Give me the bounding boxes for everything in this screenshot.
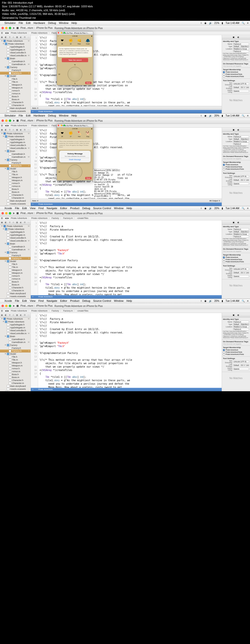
simulator-window[interactable]: iPhone 6s Plus - iPhone 6s Plus / i... •…	[57, 31, 93, 85]
nav-item[interactable]: GameBrain.h	[0, 338, 31, 341]
nav-item[interactable]: GameBrain.h	[0, 152, 31, 156]
action-button[interactable]: Take the sword	[62, 58, 88, 62]
nav-item[interactable]: Character.m	[0, 104, 31, 107]
wifi-icon[interactable]: ◉	[204, 22, 207, 24]
nav-item[interactable]: Character.m	[0, 289, 31, 292]
nav-item[interactable]: Weapon.m	[0, 272, 31, 274]
nav-item[interactable]: ▼Pirate AdventureM	[0, 317, 31, 320]
nav-item[interactable]: ViewController.h	[0, 236, 31, 239]
nav-item[interactable]: ViewController.mM	[0, 54, 31, 57]
nav-item[interactable]: ▼Brain	[0, 335, 31, 338]
nav-item[interactable]: Tile.m	[0, 173, 31, 176]
stop-button[interactable]	[17, 120, 19, 122]
nav-item[interactable]: Armor.h	[0, 89, 31, 92]
nav-item[interactable]: Boss.m	[0, 283, 31, 286]
victory-alert[interactable]: Victory Message You have defeated the ev…	[59, 151, 91, 162]
nav-item[interactable]: Character.m	[0, 196, 31, 200]
nav-item[interactable]: Tile.h	[0, 263, 31, 266]
nav-item[interactable]: Assets.xcassets	[0, 202, 31, 205]
nav-item[interactable]: ▼Factory	[0, 251, 31, 254]
nav-item[interactable]: ▼Pirate AdventureM	[0, 225, 31, 228]
nav-item[interactable]: ViewController.h	[0, 51, 31, 54]
nav-item[interactable]: ViewController.mM	[0, 332, 31, 335]
nav-item[interactable]: Tile.h	[0, 170, 31, 173]
nav-item[interactable]: Factory.h	[0, 254, 31, 257]
nav-item[interactable]: Weapon.h	[0, 268, 31, 272]
nav-item[interactable]: ▼Model	[0, 167, 31, 170]
nav-item[interactable]: Main.storyboard	[0, 200, 31, 202]
nav-item[interactable]: Armor.h	[0, 274, 31, 278]
jump-bar[interactable]: ⊞◀ ▶ Pirate Adventure〉 Pirate Adventure〉…	[0, 31, 250, 35]
nav-item[interactable]: ▼Pirate AdventureM	[0, 40, 31, 42]
nav-item[interactable]: ▼Factory	[0, 66, 31, 69]
nav-item[interactable]: Boss.h	[0, 95, 31, 98]
clock[interactable]: Tue 1:43 AM	[226, 22, 239, 24]
nav-item[interactable]: ▼Pirate Adventure	[0, 228, 31, 230]
nav-item[interactable]: Boss.h	[0, 373, 31, 376]
nav-item[interactable]: Factory.mA	[0, 350, 31, 352]
nav-item[interactable]: ▼Brain	[0, 57, 31, 60]
nav-item[interactable]: Tile.m	[0, 358, 31, 361]
menu-simulator[interactable]: Simulator	[5, 22, 16, 24]
menubar[interactable]: Simulator File Edit Hardware Debug Windo…	[0, 114, 250, 118]
volume-icon[interactable]: 🔊	[209, 22, 212, 24]
nav-item[interactable]: ▼Brain	[0, 150, 31, 152]
inspector-tabs[interactable]: ▣◐	[222, 35, 250, 40]
bluetooth-icon[interactable]: ᚼ	[200, 22, 202, 24]
nav-item[interactable]: AppDelegate.m	[0, 141, 31, 144]
navigator-tabs[interactable]: ▣◧⚲⚠▦◐⊟⋯	[0, 35, 31, 40]
nav-item[interactable]: AppDelegate.h	[0, 138, 31, 141]
nav-item[interactable]: Weapon.h	[0, 176, 31, 179]
nav-item[interactable]: ▼Pirate AdventureM	[0, 132, 31, 135]
menu-hardware[interactable]: Hardware	[34, 22, 45, 24]
nav-item[interactable]: Boss.m	[0, 376, 31, 379]
nav-item[interactable]: Armor.m	[0, 185, 31, 188]
nav-item[interactable]: AppDelegate.m	[0, 326, 31, 329]
nav-item[interactable]: Factory.mA	[0, 72, 31, 74]
project-navigator[interactable]: ▣◧⚲⚠▦◐⊟⋯ ▼Pirate AdventureM▼Pirate Adven…	[0, 35, 31, 113]
nav-item[interactable]: GameBrain.mM	[0, 341, 31, 344]
nav-item[interactable]: Armor.m	[0, 278, 31, 280]
nav-item[interactable]: Character.h	[0, 379, 31, 382]
nav-item[interactable]: AppDelegate.h	[0, 45, 31, 48]
menu-file[interactable]: File	[19, 22, 23, 24]
nav-item[interactable]: Boss.m	[0, 98, 31, 101]
nav-item[interactable]: Boss.m	[0, 190, 31, 194]
nav-item[interactable]: Factory.mA	[0, 164, 31, 167]
nav-item[interactable]: GameBrain.mM	[0, 156, 31, 158]
nav-item[interactable]: AppDelegate.m	[0, 48, 31, 51]
nav-item[interactable]: Weapon.h	[0, 361, 31, 364]
nav-item[interactable]: Armor.h	[0, 182, 31, 185]
nav-item[interactable]: Factory.h	[0, 346, 31, 350]
nav-item[interactable]: ▼Factory	[0, 158, 31, 161]
nav-item[interactable]: Assets.xcassets	[0, 388, 31, 390]
nav-item[interactable]: Tile.h	[0, 356, 31, 358]
simulator-window[interactable]: iPhone 6s Plus - iPhone 6s Plus / i... •…	[57, 124, 93, 180]
nav-item[interactable]: ▼Pirate Adventure	[0, 135, 31, 138]
nav-item[interactable]: Character.m	[0, 382, 31, 385]
nav-item[interactable]: ViewController.mM	[0, 147, 31, 150]
bottom-bar[interactable]: +Pirate Adventure	[31, 110, 222, 113]
alert-button[interactable]: Death Message	[61, 158, 89, 160]
menu-help[interactable]: Help	[71, 22, 77, 24]
nav-item[interactable]: ▼Brain	[0, 242, 31, 245]
nav-item[interactable]: Assets.xcassets	[0, 295, 31, 298]
nav-item[interactable]: GameBrain.mM	[0, 248, 31, 251]
nav-item[interactable]: Boss.h	[0, 188, 31, 190]
nav-item[interactable]: ▼Pirate Adventure	[0, 320, 31, 323]
menu-edit[interactable]: Edit	[26, 22, 31, 24]
nav-item[interactable]: ViewController.mM	[0, 239, 31, 242]
menu-window[interactable]: Window	[59, 22, 68, 24]
reset-button[interactable]: Reset	[85, 82, 91, 84]
nav-item[interactable]: ▼Model	[0, 260, 31, 263]
nav-item[interactable]: Factory.h	[0, 69, 31, 72]
nav-item[interactable]: Weapon.m	[0, 364, 31, 367]
nav-item[interactable]: GameBrain.mM	[0, 63, 31, 66]
nav-item[interactable]: Weapon.h	[0, 83, 31, 86]
nav-item[interactable]: ViewController.h	[0, 144, 31, 147]
stop-button[interactable]	[17, 27, 19, 29]
nav-item[interactable]: GameBrain.h	[0, 245, 31, 248]
notification-icon[interactable]: ≡	[247, 22, 248, 24]
menubar[interactable]: Simulator File Edit Hardware Debug Windo…	[0, 21, 250, 25]
scheme-selector[interactable]: Pirat...nture 〉iPhone 6s Plus	[21, 26, 53, 30]
